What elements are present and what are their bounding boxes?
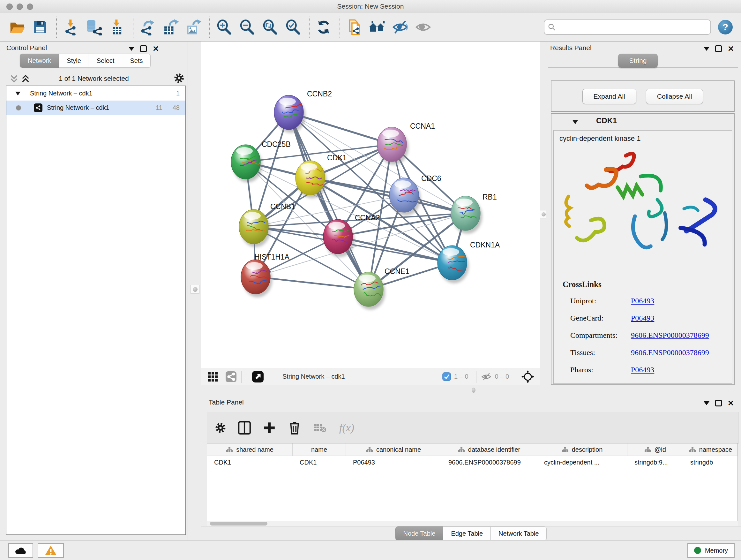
memory-button[interactable]: Memory bbox=[687, 543, 735, 558]
open-session-icon[interactable] bbox=[8, 18, 26, 36]
horizontal-splitter-handle[interactable] bbox=[472, 388, 475, 393]
column-header-shared-name[interactable]: shared name bbox=[207, 443, 293, 455]
search-input[interactable] bbox=[556, 23, 707, 31]
network-options-gear-icon[interactable] bbox=[173, 72, 185, 84]
table-options-gear-icon[interactable] bbox=[214, 422, 227, 434]
create-column-plus-icon[interactable] bbox=[263, 421, 276, 435]
import-network-database-icon[interactable] bbox=[85, 18, 103, 36]
crosslink-value-link[interactable]: P06493 bbox=[631, 297, 654, 305]
node-CDKN1A[interactable]: CDKN1A bbox=[437, 241, 500, 283]
column-header-namespace[interactable]: namespace bbox=[683, 443, 738, 455]
selected-checkbox-icon[interactable] bbox=[442, 372, 451, 381]
crosslink-value-link[interactable]: 9606.ENSP00000378699 bbox=[631, 331, 709, 340]
fit-selected-crosshair-icon[interactable] bbox=[522, 370, 534, 383]
collapse-all-button[interactable]: Collapse All bbox=[646, 89, 703, 104]
right-splitter-handle[interactable] bbox=[540, 210, 547, 219]
node-CCNE1[interactable]: CCNE1 bbox=[354, 267, 409, 310]
column-header-canonical-name[interactable]: canonical name bbox=[346, 443, 441, 455]
scrollbar-thumb[interactable] bbox=[210, 522, 267, 525]
zoom-fit-icon[interactable] bbox=[261, 18, 279, 36]
tab-edge-table[interactable]: Edge Table bbox=[443, 526, 491, 541]
panel-menu-icon[interactable] bbox=[704, 47, 710, 51]
panel-float-icon[interactable] bbox=[715, 45, 722, 52]
panel-float-icon[interactable] bbox=[715, 400, 722, 407]
export-table-icon[interactable] bbox=[161, 18, 179, 36]
column-header-description[interactable]: description bbox=[537, 443, 627, 455]
birds-eye-grid-icon[interactable] bbox=[207, 371, 218, 382]
detach-view-icon[interactable] bbox=[252, 371, 264, 383]
network-view-canvas[interactable]: CCNB2CCNA1CDC25BCDK1CDC6RB1CCNB1CCNA2CDK… bbox=[201, 42, 540, 368]
panel-close-icon[interactable]: ✕ bbox=[152, 46, 159, 51]
tab-network[interactable]: Network bbox=[20, 54, 59, 68]
show-all-eye-icon[interactable] bbox=[414, 18, 432, 36]
refresh-icon[interactable] bbox=[315, 18, 333, 36]
hide-selected-eye-icon[interactable] bbox=[391, 18, 409, 36]
gene-expander-icon[interactable] bbox=[572, 120, 578, 124]
network-collection-row[interactable]: String Network – cdk1 1 bbox=[6, 86, 185, 101]
duplicate-network-icon[interactable] bbox=[345, 18, 363, 36]
panel-close-icon[interactable]: ✕ bbox=[728, 46, 734, 51]
panel-float-icon[interactable] bbox=[140, 45, 147, 52]
crosslink-value-link[interactable]: P06493 bbox=[631, 314, 654, 322]
expand-all-button[interactable]: Expand All bbox=[583, 89, 636, 104]
export-image-icon[interactable] bbox=[185, 18, 202, 36]
panel-close-icon[interactable]: ✕ bbox=[728, 401, 734, 406]
home-networks-icon[interactable] bbox=[368, 18, 386, 36]
network-type-icon bbox=[34, 104, 43, 112]
tab-sets[interactable]: Sets bbox=[122, 54, 151, 68]
zoom-in-icon[interactable] bbox=[215, 18, 233, 36]
node-RB1[interactable]: RB1 bbox=[451, 193, 497, 234]
column-header-name[interactable]: name bbox=[293, 443, 346, 455]
delete-column-trash-icon[interactable] bbox=[288, 421, 301, 435]
network-view-toolbar: String Network – cdk1 1 – 0 0 – 0 bbox=[201, 368, 540, 385]
panel-menu-icon[interactable] bbox=[129, 47, 134, 51]
crosslink-value-link[interactable]: 9606.ENSP00000378699 bbox=[631, 348, 709, 357]
column-header-@id[interactable]: @id bbox=[627, 443, 683, 455]
edge-HIST1H1A-CCNE1[interactable] bbox=[256, 277, 368, 289]
horizontal-splitter[interactable] bbox=[201, 385, 741, 396]
cloud-status-button[interactable] bbox=[8, 543, 33, 558]
column-attribute-icon bbox=[562, 446, 569, 453]
table-horizontal-scrollbar[interactable] bbox=[207, 521, 738, 526]
help-button[interactable]: ? bbox=[718, 20, 733, 35]
left-splitter-handle[interactable] bbox=[191, 285, 199, 294]
show-columns-icon[interactable] bbox=[238, 421, 251, 435]
panel-menu-icon[interactable] bbox=[704, 401, 710, 405]
tree-expander-icon[interactable] bbox=[15, 91, 20, 96]
tab-style[interactable]: Style bbox=[59, 54, 89, 68]
column-header-database-identifier[interactable]: database identifier bbox=[441, 443, 537, 455]
string-results-container: Expand All Collapse All CDK1 cyclin-depe… bbox=[548, 67, 738, 384]
title-bar: Session: New Session bbox=[0, 0, 741, 13]
string-network-graph[interactable]: CCNB2CCNA1CDC25BCDK1CDC6RB1CCNB1CCNA2CDK… bbox=[201, 42, 540, 368]
tab-string[interactable]: String bbox=[618, 54, 658, 68]
zoom-selected-icon[interactable] bbox=[284, 18, 302, 36]
search-field[interactable] bbox=[544, 19, 711, 35]
tab-node-table[interactable]: Node Table bbox=[395, 526, 444, 541]
save-session-icon[interactable] bbox=[31, 18, 49, 36]
table-toolbar: f(x) bbox=[207, 412, 738, 444]
expand-collapse-box: Expand All Collapse All bbox=[551, 80, 735, 112]
node-CCNB2[interactable]: CCNB2 bbox=[274, 90, 332, 133]
toolbar-separator bbox=[209, 17, 210, 38]
node-HIST1H1A[interactable]: HIST1H1A bbox=[241, 253, 290, 297]
column-header-label: description bbox=[572, 446, 603, 453]
zoom-out-icon[interactable] bbox=[238, 18, 256, 36]
network-row-selected[interactable]: String Network – cdk1 11 48 bbox=[6, 101, 185, 115]
footer-separator bbox=[476, 371, 476, 383]
table-row[interactable]: CDK1CDK1P064939606.ENSP00000378699cyclin… bbox=[207, 456, 738, 469]
edge-CCNB2-CCNE1[interactable] bbox=[289, 112, 368, 289]
right-splitter[interactable] bbox=[540, 42, 547, 385]
tab-select[interactable]: Select bbox=[89, 54, 123, 68]
crosslink-value-link[interactable]: P06493 bbox=[631, 366, 654, 374]
node-label-CCNE1: CCNE1 bbox=[385, 267, 409, 275]
import-table-file-icon[interactable] bbox=[108, 18, 126, 36]
warning-status-button[interactable] bbox=[38, 543, 64, 558]
export-network-icon[interactable] bbox=[138, 18, 156, 36]
import-network-file-icon[interactable] bbox=[62, 18, 80, 36]
node-CDC25B[interactable]: CDC25B bbox=[231, 140, 291, 182]
left-splitter[interactable] bbox=[188, 42, 202, 540]
gene-description: cyclin-dependent kinase 1 bbox=[559, 134, 641, 143]
network-overview-icon[interactable] bbox=[225, 371, 237, 382]
tab-network-table[interactable]: Network Table bbox=[491, 526, 547, 541]
crosslink-row: Pharos:P06493 bbox=[570, 361, 724, 378]
